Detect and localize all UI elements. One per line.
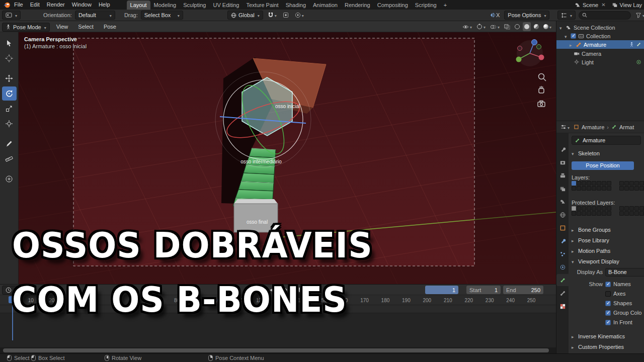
menu-select[interactable]: Select [74,22,97,32]
bone-layer-cell[interactable] [572,186,576,191]
frame-end-field[interactable]: End250 [503,286,543,294]
outliner-row-armature[interactable]: Armature [556,40,644,49]
bone-layer-cell[interactable] [629,186,634,191]
bone-layer-cell[interactable] [592,181,596,186]
tab-object-data[interactable] [556,274,569,286]
bone-layer-cell[interactable] [634,181,639,186]
menu-view[interactable]: View [53,22,72,32]
outliner-row-camera[interactable]: Camera [556,49,644,58]
editor-type-button-properties[interactable] [559,123,571,132]
tool-annotate[interactable] [2,137,17,151]
tab-tool[interactable] [556,143,569,155]
snap-target-button[interactable] [281,11,290,20]
bone-layer-cell[interactable] [592,186,596,191]
disclosure-triangle-icon[interactable] [570,42,574,48]
transform-orientation-dropdown[interactable]: Global [227,11,263,20]
drag-dropdown[interactable]: Select Box [141,11,183,20]
bone-layer-cell[interactable] [582,186,586,191]
mirror-x-toggle[interactable]: X [488,11,501,20]
bone-layer-cell[interactable] [619,181,624,186]
tab-render[interactable] [556,156,569,168]
bone-layer-cell[interactable] [634,186,639,191]
xray-toggle[interactable] [503,22,512,31]
bone-layer-cell[interactable] [587,181,591,186]
inverse-kinematics-section-header[interactable]: Inverse Kinematics [572,332,642,340]
proportional-editing-button[interactable] [293,11,305,20]
tab-physics[interactable] [556,261,569,273]
menu-render[interactable]: Render [43,0,68,10]
scene-selector[interactable]: Scene ✕ [575,2,607,8]
bone-layer-cell[interactable] [619,206,624,211]
shapes-checkbox[interactable] [605,301,611,306]
bone-layer-cell[interactable] [624,186,629,191]
outliner-row-scene-collection[interactable]: Scene Collection [556,23,644,32]
breadcrumb-data[interactable]: Armat [619,124,634,130]
bone-layer-cell[interactable] [577,211,581,216]
pose-library-section-header[interactable]: Pose Library [572,236,642,244]
editor-type-button-3dview[interactable] [2,11,21,20]
outliner-search-input[interactable] [579,11,631,20]
bone-layer-cell[interactable] [577,181,581,186]
pose-position-button[interactable]: Pose Position [572,161,634,170]
tab-object[interactable] [556,222,569,234]
custom-properties-section-header[interactable]: Custom Properties [572,343,642,351]
bone-layer-cell[interactable] [639,181,644,186]
tool-scale[interactable] [2,102,17,116]
tab-animation[interactable]: Animation [309,1,341,10]
bone-layer-cell[interactable] [639,211,644,216]
tab-modifiers[interactable] [556,235,569,247]
group-colors-checkbox[interactable] [605,310,611,316]
view-layer-selector[interactable]: View Lay [612,2,642,8]
bone-layer-cell[interactable] [577,206,581,211]
menu-edit[interactable]: Edit [27,0,43,10]
display-as-dropdown[interactable]: B-Bone [605,268,644,277]
editor-type-button-outliner[interactable] [557,11,576,20]
timeline-scrollbar[interactable] [0,347,556,353]
tab-scene[interactable] [556,196,569,208]
names-checkbox[interactable] [605,282,611,287]
bone-layer-cell[interactable] [634,206,639,211]
orientation-dropdown[interactable]: Default [75,11,115,20]
bone-layer-cell[interactable] [607,206,611,211]
bone-layer-cell[interactable] [572,211,576,216]
bone-layer-cell[interactable] [634,211,639,216]
tool-transform[interactable] [2,117,17,131]
tab-shading[interactable]: Shading [282,1,309,10]
current-frame-field[interactable]: 1 [425,286,458,294]
bone-layer-cell[interactable] [607,211,611,216]
bone-layer-cell[interactable] [597,206,601,211]
skeleton-section-header[interactable]: Skeleton [572,149,642,157]
menu-file[interactable]: File [11,0,27,10]
pose-options-dropdown[interactable]: Pose Options [504,11,549,20]
bone-layer-cell[interactable] [624,211,629,216]
bone-layer-cell[interactable] [582,181,586,186]
bone-layer-cell[interactable] [572,206,576,211]
tool-select-box[interactable] [2,36,17,50]
bone-layer-cell[interactable] [602,211,606,216]
bone-layer-cell[interactable] [602,206,606,211]
tab-sculpting[interactable]: Sculpting [180,1,209,10]
bone-layer-cell[interactable] [597,181,601,186]
bone-layer-cell[interactable] [629,206,634,211]
bone-groups-section-header[interactable]: Bone Groups [572,226,642,234]
tab-uv-editing[interactable]: UV Editing [209,1,243,10]
tab-rendering[interactable]: Rendering [341,1,374,10]
scrollbar-thumb[interactable] [3,348,549,352]
tab-bone[interactable] [556,287,569,299]
shading-solid-button[interactable] [523,22,531,31]
tab-texture-paint[interactable]: Texture Paint [243,1,282,10]
axes-checkbox[interactable] [605,291,611,297]
tool-move[interactable] [2,71,17,85]
in-front-checkbox[interactable] [605,320,611,325]
bone-layer-cell[interactable] [639,206,644,211]
mode-dropdown[interactable]: Pose Mode [2,23,50,32]
menu-pose[interactable]: Pose [100,22,120,32]
bone-layer-cell[interactable] [607,181,611,186]
bone-layer-cell[interactable] [587,186,591,191]
overlays-dropdown[interactable] [489,22,501,31]
bone-layer-cell[interactable] [624,181,629,186]
bone-layer-cell[interactable] [607,186,611,191]
disclosure-triangle-icon[interactable] [565,33,569,39]
menu-help[interactable]: Help [95,0,114,10]
bone-layer-cell[interactable] [582,206,586,211]
